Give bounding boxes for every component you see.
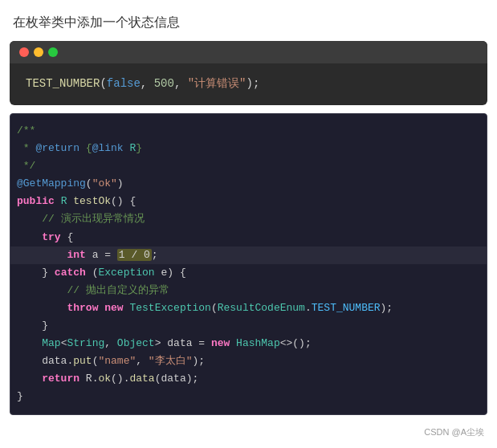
- footer-bar: CSDN @A尘埃: [0, 423, 497, 442]
- code-line: Map<String, Object> data = new HashMap<>…: [10, 335, 487, 352]
- terminal-bool: false: [107, 77, 141, 90]
- code-window: /** * @return {@link R} */ @GetMapping("…: [10, 113, 487, 415]
- code-line: /**: [10, 122, 487, 140]
- terminal-method: TEST_NUMBER: [26, 77, 100, 90]
- code-line: * @return {@link R}: [10, 140, 487, 157]
- page-title: 在枚举类中添加一个状态信息: [0, 8, 497, 41]
- code-line: }: [10, 388, 487, 405]
- page-container: 在枚举类中添加一个状态信息 TEST_NUMBER(false, 500, "计…: [0, 0, 497, 448]
- terminal-body: TEST_NUMBER(false, 500, "计算错误");: [10, 63, 487, 105]
- terminal-number: 500: [154, 77, 174, 90]
- code-line: data.put("name", "李太白");: [10, 352, 487, 370]
- dot-red: [19, 47, 29, 57]
- terminal-window: TEST_NUMBER(false, 500, "计算错误");: [10, 41, 487, 105]
- terminal-titlebar: [10, 41, 487, 63]
- code-line: @GetMapping("ok"): [10, 175, 487, 193]
- highlight-box: 1 / 0: [117, 249, 152, 261]
- code-line: public R testOk() {: [10, 193, 487, 210]
- code-line: }: [10, 317, 487, 335]
- code-line-highlighted: int a = 1 / 0;: [10, 246, 487, 264]
- dot-green: [48, 47, 58, 57]
- code-line: // 演示出现异常情况: [10, 210, 487, 228]
- code-line: return R.ok().data(data);: [10, 370, 487, 388]
- code-line: */: [10, 157, 487, 175]
- terminal-string: "计算错误": [188, 77, 246, 90]
- code-line: // 抛出自定义的异常: [10, 282, 487, 299]
- code-line: try {: [10, 229, 487, 246]
- code-line: throw new TestException(ResultCodeEnum.T…: [10, 299, 487, 317]
- dot-yellow: [34, 47, 43, 57]
- code-line: } catch (Exception e) {: [10, 264, 487, 282]
- code-body: /** * @return {@link R} */ @GetMapping("…: [10, 114, 487, 414]
- footer-text: CSDN @A尘埃: [424, 426, 484, 438]
